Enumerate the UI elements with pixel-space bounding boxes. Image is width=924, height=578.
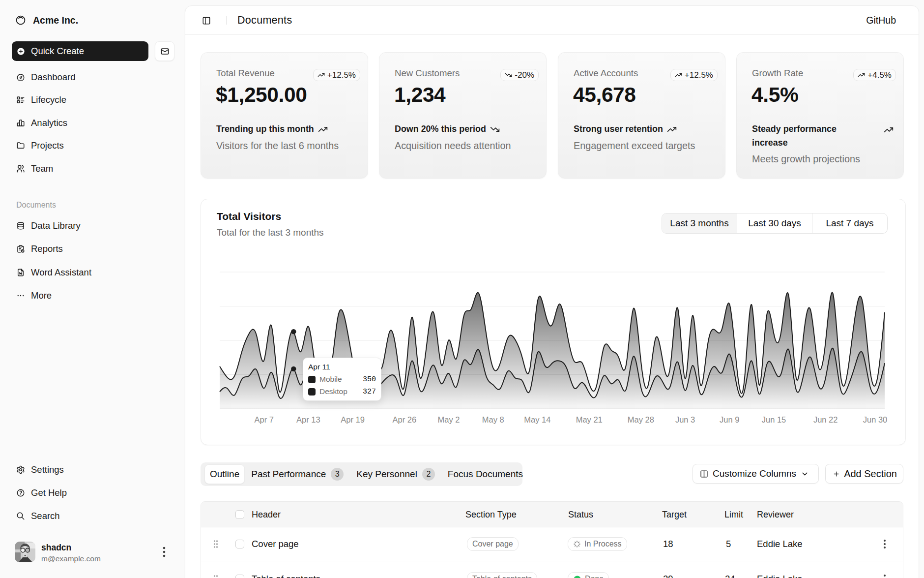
svg-text:Jun 3: Jun 3 <box>675 415 695 424</box>
svg-text:Apr 26: Apr 26 <box>392 415 416 424</box>
svg-text:Apr 19: Apr 19 <box>341 415 365 424</box>
svg-text:May 2: May 2 <box>438 415 460 424</box>
svg-text:May 21: May 21 <box>576 415 603 424</box>
svg-text:May 14: May 14 <box>524 415 550 424</box>
svg-text:Apr 7: Apr 7 <box>254 415 273 424</box>
svg-text:May 8: May 8 <box>482 415 504 424</box>
svg-text:May 28: May 28 <box>628 415 654 424</box>
svg-text:Jun 22: Jun 22 <box>813 415 838 424</box>
svg-text:Apr 13: Apr 13 <box>296 415 320 424</box>
svg-text:Jun 15: Jun 15 <box>762 415 786 424</box>
svg-text:Jun 9: Jun 9 <box>720 415 739 424</box>
svg-text:Jun 30: Jun 30 <box>863 415 888 424</box>
